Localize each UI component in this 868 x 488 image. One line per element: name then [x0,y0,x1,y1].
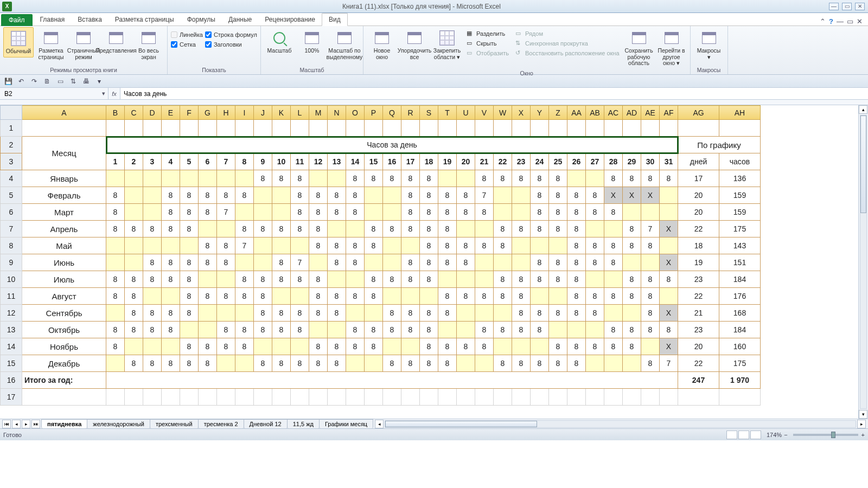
hours-cell[interactable]: 8 [567,288,586,305]
scroll-left-icon[interactable]: ◂ [375,420,384,428]
hours-cell[interactable] [438,170,457,187]
hours-cell[interactable]: 8 [383,271,401,288]
hours-cell[interactable]: 8 [106,271,125,288]
col-header[interactable]: N [328,106,346,120]
hours-cell[interactable]: 8 [549,204,567,221]
hours-cell[interactable] [143,170,162,187]
hours-cell[interactable]: X [660,221,678,237]
hours-cell[interactable]: 8 [623,237,641,254]
hours-cell[interactable]: 8 [217,254,235,271]
hours-cell[interactable] [660,204,678,221]
hours-cell[interactable] [660,187,678,204]
hours-cell[interactable]: 8 [586,237,604,254]
hours-cell[interactable] [162,170,180,187]
view-normal-icon[interactable] [726,431,737,439]
hours-cell[interactable] [106,170,125,187]
hours-cell[interactable] [125,254,143,271]
col-header[interactable]: D [143,106,162,120]
hours-cell[interactable] [328,221,346,237]
view-pagelayout-icon[interactable] [738,431,749,439]
hours-cell[interactable]: 8 [475,237,494,254]
hours-cell[interactable] [641,338,660,355]
hours-cell[interactable] [512,338,531,355]
hours-cell[interactable]: 8 [346,288,365,305]
hours-cell[interactable] [475,305,494,322]
hours-cell[interactable] [272,204,291,221]
hours-cell[interactable]: 8 [401,355,420,372]
hours-cell[interactable]: 8 [254,221,272,237]
hours-cell[interactable]: 8 [531,355,549,372]
hours-cell[interactable] [180,237,199,254]
hours-cell[interactable] [254,254,272,271]
hours-cell[interactable]: 8 [309,221,328,237]
scroll-up-icon[interactable]: ▴ [859,105,867,114]
hours-cell[interactable]: 8 [641,355,660,372]
hide-button[interactable]: ▭Скрыть [464,39,511,48]
hours-cell[interactable]: 8 [328,288,346,305]
horizontal-scrollbar[interactable]: ◂ ▸ [373,420,868,428]
hours-cell[interactable] [235,170,254,187]
hours-cell[interactable]: 8 [604,338,623,355]
hours-cell[interactable]: 8 [383,322,401,338]
hours-cell[interactable] [365,254,383,271]
col-header[interactable]: F [180,106,199,120]
col-header[interactable]: P [365,106,383,120]
hours-cell[interactable] [438,271,457,288]
hours-cell[interactable]: 8 [125,305,143,322]
hours-cell[interactable] [346,221,365,237]
hours-cell[interactable]: 7 [641,221,660,237]
hours-cell[interactable]: 8 [199,204,217,221]
hours-cell[interactable]: 8 [254,355,272,372]
hours-cell[interactable] [106,254,125,271]
row-header[interactable]: 11 [1,288,22,305]
hours-cell[interactable]: 8 [438,221,457,237]
fx-icon[interactable]: fx [108,88,120,99]
hours-cell[interactable]: 8 [641,237,660,254]
hours-cell[interactable]: 8 [346,187,365,204]
hours-cell[interactable]: 8 [641,271,660,288]
hours-cell[interactable] [180,170,199,187]
hours-cell[interactable] [494,305,512,322]
zoom-in-icon[interactable]: + [861,432,865,438]
col-header[interactable]: X [512,106,531,120]
hours-cell[interactable]: 8 [180,355,199,372]
hours-cell[interactable] [199,170,217,187]
hours-cell[interactable]: 8 [438,204,457,221]
hours-cell[interactable]: 8 [604,254,623,271]
hours-cell[interactable]: 8 [420,305,438,322]
hours-cell[interactable]: 8 [531,254,549,271]
hours-cell[interactable]: 8 [494,355,512,372]
hours-cell[interactable] [235,355,254,372]
hours-cell[interactable] [623,204,641,221]
col-header[interactable]: C [125,106,143,120]
col-header[interactable]: S [420,106,438,120]
hours-cell[interactable]: 8 [586,305,604,322]
hours-cell[interactable] [641,254,660,271]
hours-cell[interactable]: 8 [438,305,457,322]
hours-cell[interactable]: 8 [438,254,457,271]
hours-cell[interactable]: 8 [438,338,457,355]
hours-cell[interactable] [346,355,365,372]
hours-cell[interactable]: 8 [309,305,328,322]
hours-cell[interactable] [586,355,604,372]
hours-cell[interactable]: 8 [475,204,494,221]
hours-cell[interactable]: 8 [217,322,235,338]
hours-cell[interactable]: 8 [272,355,291,372]
row-header[interactable]: 4 [1,170,22,187]
hours-cell[interactable]: 8 [475,170,494,187]
hours-cell[interactable]: 7 [660,355,678,372]
hours-cell[interactable]: 8 [623,322,641,338]
hours-cell[interactable]: 8 [180,187,199,204]
hours-cell[interactable] [291,237,309,254]
col-header[interactable]: AH [719,106,761,120]
hours-cell[interactable]: 8 [531,187,549,204]
hours-cell[interactable]: 7 [475,187,494,204]
zoom-100-button[interactable]: 100% [297,27,327,56]
hours-cell[interactable]: 8 [328,254,346,271]
hours-cell[interactable]: 8 [162,204,180,221]
col-header[interactable]: O [346,106,365,120]
side-by-side-button[interactable]: ▭Рядом [513,29,622,38]
hours-cell[interactable] [567,170,586,187]
check-ruler[interactable]: Линейка [171,31,203,38]
hours-cell[interactable]: 8 [254,271,272,288]
